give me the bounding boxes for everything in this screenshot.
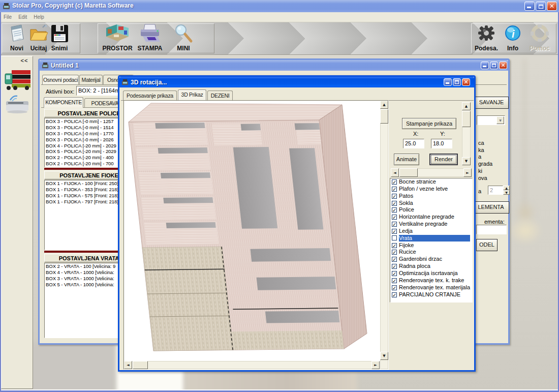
y-input[interactable]: 18.0 — [431, 139, 452, 148]
fragment-spinner-up[interactable]: ▲ — [503, 186, 510, 190]
layer-row[interactable]: ✓Police — [390, 206, 472, 214]
layer-row[interactable]: ✓Horizontalne pregrade — [390, 214, 472, 221]
dialog-close-button[interactable]: ✕ — [462, 78, 470, 86]
doc-tab-osnovni-podaci[interactable]: Osnovni podaci — [42, 75, 79, 84]
dialog-tab-podesavanje[interactable]: Podesavanje prikaza — [123, 91, 177, 100]
layer-row[interactable]: ✓Patos — [390, 193, 472, 200]
fragment-spinner-value[interactable]: 2 — [488, 186, 503, 195]
checkbox-checked-icon[interactable]: ✓ — [392, 292, 397, 297]
layer-row[interactable]: ✓PARCIJALNO CRTANJE — [390, 291, 472, 298]
panel-hscroll-right[interactable]: ► — [463, 168, 472, 177]
menu-item-file[interactable]: File — [0, 12, 15, 21]
layer-row[interactable]: ✓Renderovanje tex. k. trake — [390, 277, 472, 284]
menu-item-edit[interactable]: Edit — [15, 12, 30, 21]
checkbox-checked-icon[interactable]: ✓ — [392, 201, 397, 206]
dialog-tab-dezeni[interactable]: DEZENI — [207, 91, 233, 100]
menu-item-help[interactable]: Help — [30, 12, 47, 21]
layer-label: Patos — [399, 193, 413, 200]
viewport-vscroll-down[interactable]: ▼ — [380, 352, 388, 360]
toolbar-button-ucitaj[interactable]: Ucitaj — [28, 23, 49, 53]
checkbox-checked-icon[interactable]: ✓ — [392, 215, 397, 220]
cabinet-3d-preview[interactable] — [125, 101, 380, 360]
panel-vscroll-up[interactable]: ▲ — [462, 102, 471, 110]
doc-titlebar[interactable]: Untitled 1 ✕ — [40, 60, 508, 71]
fragment-button-mid[interactable]: LEMENTA — [473, 201, 509, 214]
sidebar: << — [1, 56, 33, 389]
checkbox-unchecked-icon[interactable] — [392, 235, 397, 240]
render-button[interactable]: Render — [429, 154, 458, 165]
maximize-button[interactable] — [536, 2, 546, 11]
layer-row[interactable]: Vrata — [390, 235, 472, 242]
viewport-hscroll-right[interactable]: ► — [371, 361, 380, 369]
toolbar-button-podesa[interactable]: Podesa. — [474, 23, 499, 53]
layer-row[interactable]: ✓Ledja — [390, 228, 472, 235]
panel-hscroll-thumb[interactable] — [399, 168, 418, 177]
checkbox-checked-icon[interactable]: ✓ — [392, 179, 397, 185]
dialog-minimize-button[interactable] — [444, 78, 452, 86]
fragment-combo[interactable]: ▼ — [477, 115, 505, 125]
checkbox-checked-icon[interactable]: ✓ — [392, 187, 397, 192]
dialog-titlebar[interactable]: 3D rotacija... ✕ — [119, 77, 474, 87]
doc-minimize-button[interactable] — [481, 62, 489, 69]
layer-row[interactable]: ✓Optimizacija iscrtavanja — [390, 270, 472, 277]
toolbar-button-snimi[interactable]: Snimi — [49, 23, 70, 53]
dialog-tab-3dprikaz[interactable]: 3D Prikaz — [178, 89, 206, 100]
layer-label: Horizontalne pregrade — [399, 214, 454, 221]
checkbox-checked-icon[interactable]: ✓ — [392, 278, 397, 283]
checkbox-checked-icon[interactable]: ✓ — [392, 271, 397, 276]
x-input[interactable]: 25.0 — [403, 139, 424, 148]
collapse-button[interactable]: << — [19, 57, 30, 65]
viewport-hscroll-left[interactable]: ◄ — [124, 361, 132, 369]
checkbox-checked-icon[interactable]: ✓ — [392, 285, 397, 290]
close-button[interactable]: ✕ — [547, 2, 557, 11]
layer-row[interactable]: ✓Vertikalne pregrade — [390, 221, 472, 228]
checkbox-checked-icon[interactable]: ✓ — [392, 222, 397, 227]
scanner-icon[interactable] — [5, 93, 30, 114]
toolbar-button-info[interactable]: i Info — [502, 23, 523, 53]
svg-text:i: i — [512, 28, 515, 40]
animate-button[interactable]: Animate — [394, 154, 419, 165]
toolbar-button-novi[interactable]: Novi — [5, 23, 28, 53]
panel-vscroll-down[interactable]: ▼ — [462, 157, 471, 165]
layer-row[interactable]: ✓Sokla — [390, 200, 472, 207]
main-titlebar[interactable]: Stolar Pro, Copyright (c) Maretta Softwa… — [0, 0, 559, 12]
checkbox-checked-icon[interactable]: ✓ — [392, 257, 397, 262]
viewport-vscroll-up[interactable]: ▲ — [380, 101, 388, 109]
checkbox-checked-icon[interactable]: ✓ — [392, 250, 397, 255]
checkbox-checked-icon[interactable]: ✓ — [392, 194, 397, 199]
fragment-input[interactable] — [476, 225, 507, 234]
layer-row[interactable]: ✓Garderobni drzac — [390, 256, 472, 263]
checkbox-checked-icon[interactable]: ✓ — [392, 207, 397, 213]
toolbar-button-pomoc[interactable]: Pomoc — [526, 23, 553, 53]
doc-maximize-button[interactable] — [490, 62, 498, 69]
toolbar-button-stampa[interactable]: STAMPA — [135, 23, 165, 53]
checkbox-checked-icon[interactable]: ✓ — [392, 264, 397, 269]
layer-row[interactable]: ✓Bocne stranice — [390, 178, 472, 186]
viewport-hscroll-thumb[interactable] — [133, 361, 148, 369]
dialog-maximize-button[interactable] — [453, 78, 461, 86]
truck-icon[interactable] — [4, 68, 32, 91]
layer-row[interactable]: ✓Renderovanje tex. materijala — [390, 284, 472, 291]
fragment-spinner-down[interactable]: ▼ — [503, 190, 510, 195]
subtab-komponente[interactable]: KOMPONENTE — [44, 97, 83, 108]
toolbar-button-prostor[interactable]: PROSTOR — [102, 23, 133, 53]
panel-hscroll-left[interactable]: ◄ — [391, 168, 399, 177]
layer-row[interactable]: ✓Plafon / vezne letve — [390, 186, 472, 193]
minimize-button[interactable] — [524, 2, 535, 11]
checkbox-checked-icon[interactable]: ✓ — [392, 243, 397, 248]
viewport-hscrollbar[interactable] — [124, 361, 380, 369]
toolbar-button-mini[interactable]: MINI — [172, 23, 195, 53]
layer-row[interactable]: ✓Fijoke — [390, 242, 472, 249]
fragment-button-bottom[interactable]: ODEL — [476, 239, 498, 251]
layer-row[interactable]: ✓Radna ploca — [390, 263, 472, 270]
print-view-button[interactable]: Stampanje prikaza — [402, 118, 456, 129]
layer-label: Renderovanje tex. k. trake — [399, 277, 464, 284]
checkbox-checked-icon[interactable]: ✓ — [392, 229, 397, 234]
viewport-vscroll-thumb[interactable] — [380, 109, 388, 124]
panel-vscroll-thumb[interactable] — [462, 111, 471, 127]
layer-row[interactable]: ✓Rucice — [390, 249, 472, 256]
fragment-button-top[interactable]: SAVANJE — [474, 97, 509, 109]
doc-tab-materijal[interactable]: Materijal — [79, 75, 103, 84]
viewport-vscrollbar[interactable] — [380, 101, 388, 369]
doc-close-button[interactable]: ✕ — [499, 62, 507, 69]
